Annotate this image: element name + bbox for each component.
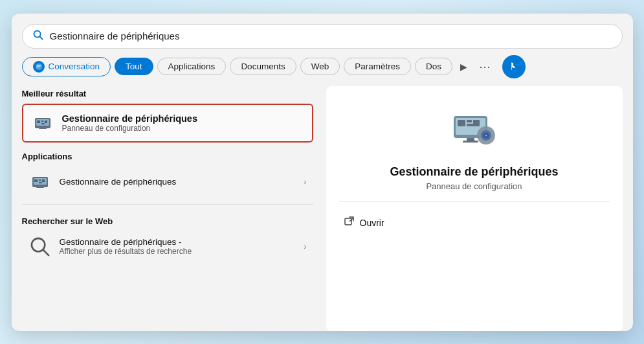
search-panel: Conversation Tout Applications Documents… (12, 14, 633, 331)
apps-section-title: Applications (22, 152, 313, 161)
svg-rect-21 (458, 120, 465, 126)
svg-rect-9 (41, 123, 45, 124)
filter-documents[interactable]: Documents (230, 58, 296, 75)
app-item-device-manager[interactable]: Gestionnaire de périphériques › (22, 165, 313, 199)
device-manager-icon-best (31, 111, 54, 135)
search-icon (33, 30, 43, 43)
svg-rect-16 (39, 182, 42, 183)
svg-rect-24 (467, 124, 476, 126)
svg-rect-14 (39, 179, 41, 181)
filter-dos[interactable]: Dos (415, 58, 452, 75)
svg-rect-12 (36, 186, 44, 188)
web-chevron: › (304, 242, 306, 251)
device-manager-icon-app (28, 170, 52, 194)
web-search-icon (28, 235, 52, 258)
open-label: Ouvrir (360, 218, 384, 228)
svg-point-30 (485, 134, 487, 136)
filter-web[interactable]: Web (300, 58, 340, 75)
divider-1 (22, 204, 313, 205)
svg-rect-5 (39, 127, 47, 129)
best-result-item[interactable]: Gestionnaire de périphériques Panneau de… (22, 104, 313, 143)
svg-rect-15 (42, 179, 45, 182)
app-chevron: › (304, 177, 306, 187)
filter-conversation[interactable]: Conversation (22, 57, 111, 76)
best-result-text: Gestionnaire de périphériques Panneau de… (62, 113, 198, 133)
svg-rect-13 (34, 179, 38, 182)
svg-rect-7 (41, 120, 43, 122)
right-panel-subtitle: Panneau de configuration (426, 181, 522, 191)
best-result-title: Meilleur résultat (22, 89, 313, 98)
bing-button[interactable] (502, 55, 526, 78)
search-bar (22, 24, 623, 49)
conversation-icon (33, 61, 45, 73)
right-panel-divider (339, 201, 610, 202)
more-button[interactable]: ⋯ (475, 58, 496, 75)
filter-parametres[interactable]: Paramètres (344, 58, 411, 75)
search-input[interactable] (50, 30, 612, 41)
svg-rect-26 (463, 141, 478, 143)
open-icon (344, 216, 355, 229)
svg-line-18 (43, 249, 49, 255)
right-panel: Gestionnaire de périphériques Panneau de… (326, 86, 623, 331)
web-section-title: Rechercher sur le Web (22, 216, 313, 226)
web-search-item[interactable]: Gestionnaire de périphériques - Afficher… (22, 230, 313, 264)
svg-rect-6 (37, 120, 40, 123)
svg-rect-22 (467, 120, 472, 122)
filter-tout[interactable]: Tout (115, 58, 153, 75)
svg-line-1 (39, 36, 42, 39)
svg-rect-31 (345, 218, 351, 225)
filter-applications[interactable]: Applications (157, 58, 227, 75)
web-section: Rechercher sur le Web Gestionnaire de pé… (22, 216, 313, 264)
right-panel-title: Gestionnaire de périphériques (390, 165, 558, 179)
content-area: Meilleur résultat Gestionnaire d (22, 86, 623, 331)
open-button[interactable]: Ouvrir (339, 212, 610, 233)
right-panel-icon (449, 104, 500, 156)
play-button[interactable]: ▶ (456, 60, 471, 73)
left-panel: Meilleur résultat Gestionnaire d (22, 86, 320, 331)
filter-bar: Conversation Tout Applications Documents… (22, 55, 623, 78)
svg-rect-8 (45, 120, 47, 123)
